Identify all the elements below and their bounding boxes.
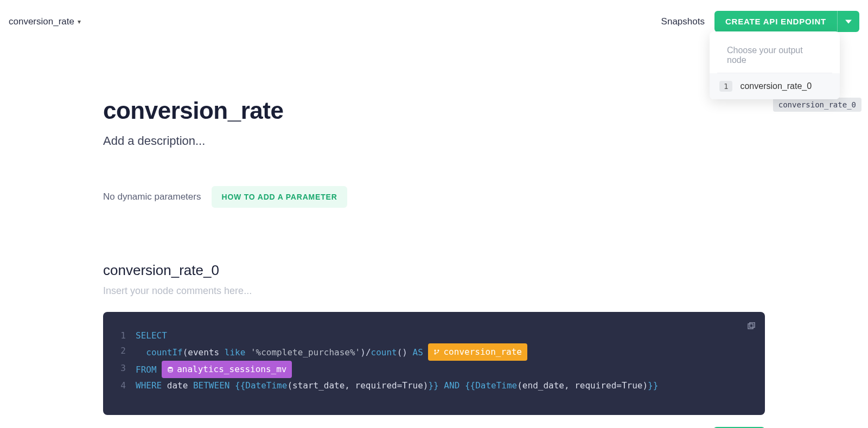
no-params-text: No dynamic parameters	[103, 191, 201, 202]
snapshots-link[interactable]: Snapshots	[661, 16, 705, 27]
dropdown-label: Choose your output node	[717, 41, 832, 73]
tooltip-conversion-rate-0: conversion_rate_0	[773, 98, 861, 112]
svg-point-4	[435, 353, 436, 355]
svg-rect-1	[750, 323, 755, 328]
main-content: conversion_rate Add a description... No …	[103, 32, 765, 428]
dropdown-item-conversion-rate-0[interactable]: 1 conversion_rate_0	[710, 73, 840, 99]
code-line-2: 2 countIf(events like '%complete_purchas…	[114, 343, 754, 361]
output-node-dropdown: Choose your output node 1 conversion_rat…	[710, 31, 840, 99]
breadcrumb-label: conversion_rate	[9, 16, 74, 27]
sql-editor[interactable]: 1 SELECT 2 countIf(events like '%complet…	[103, 312, 765, 415]
node-title: conversion_rate_0	[103, 262, 765, 279]
params-row: No dynamic parameters HOW TO ADD A PARAM…	[103, 186, 765, 208]
node-comments-input[interactable]: Insert your node comments here...	[103, 285, 765, 297]
svg-point-5	[168, 367, 173, 369]
dropdown-item-label: conversion_rate_0	[740, 81, 812, 91]
line-number: 1	[114, 328, 136, 343]
chevron-down-icon	[845, 18, 852, 25]
line-number: 2	[114, 343, 136, 361]
description-input[interactable]: Add a description...	[103, 134, 765, 148]
create-api-endpoint-caret[interactable]	[837, 11, 859, 32]
chevron-down-icon: ▾	[78, 18, 81, 25]
dropdown-item-number: 1	[719, 81, 732, 92]
database-icon	[167, 366, 174, 373]
code-line-3: 3 FROM analytics_sessions_mv	[114, 361, 754, 378]
page-title: conversion_rate	[103, 97, 765, 124]
line-number: 3	[114, 361, 136, 378]
conversion-rate-pill[interactable]: conversion_rate	[428, 343, 527, 361]
copy-button[interactable]	[746, 321, 755, 336]
code-content: SELECT	[136, 328, 167, 343]
svg-rect-0	[748, 324, 753, 329]
code-content: FROM analytics_sessions_mv	[136, 361, 292, 378]
code-line-1: 1 SELECT	[114, 328, 754, 343]
how-to-add-parameter-button[interactable]: HOW TO ADD A PARAMETER	[212, 186, 347, 208]
code-line-4: 4 WHERE date BETWEEN {{DateTime(start_da…	[114, 378, 754, 393]
branch-icon	[433, 349, 440, 355]
line-number: 4	[114, 378, 136, 393]
breadcrumb[interactable]: conversion_rate ▾	[9, 16, 81, 27]
top-actions: Snapshots CREATE API ENDPOINT	[661, 11, 859, 32]
code-content: WHERE date BETWEEN {{DateTime(start_date…	[136, 378, 658, 393]
copy-icon	[746, 322, 755, 331]
topbar: conversion_rate ▾ Snapshots CREATE API E…	[0, 0, 868, 32]
create-endpoint-group: CREATE API ENDPOINT	[714, 11, 859, 32]
code-content: countIf(events like '%complete_purchase%…	[136, 343, 527, 361]
svg-point-3	[438, 350, 439, 352]
create-api-endpoint-button[interactable]: CREATE API ENDPOINT	[714, 11, 837, 32]
svg-point-2	[435, 350, 436, 352]
analytics-sessions-mv-pill[interactable]: analytics_sessions_mv	[162, 361, 292, 378]
